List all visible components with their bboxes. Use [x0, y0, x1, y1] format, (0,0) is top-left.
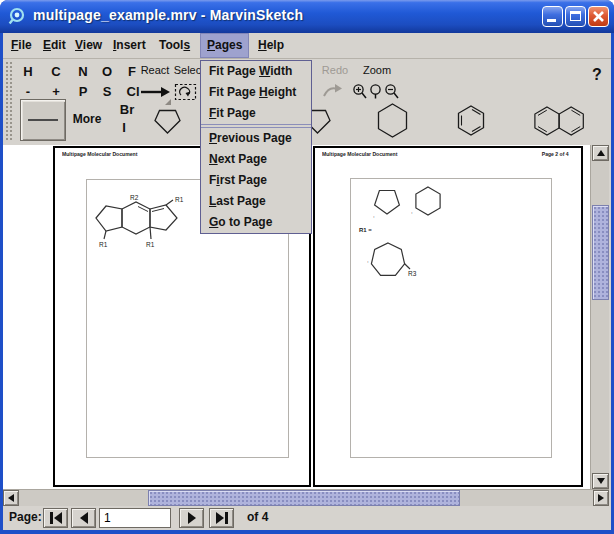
atom-button-f[interactable]: F	[128, 65, 136, 79]
atom-button-o[interactable]: O	[102, 65, 112, 79]
menubar-item-tools[interactable]: Tools	[153, 33, 196, 58]
menu-item-fit-page-height[interactable]: Fit Page Height	[201, 82, 311, 103]
redo-icon	[322, 83, 344, 98]
close-button[interactable]	[588, 6, 609, 27]
toolbar-grip[interactable]	[5, 61, 14, 142]
atom-button-n[interactable]: N	[78, 65, 87, 79]
first-page-button[interactable]	[43, 508, 68, 528]
last-page-icon	[215, 512, 229, 524]
page1-header: Multipage Molecular Document	[62, 152, 137, 157]
template-cyclohexane-button[interactable]	[377, 103, 408, 138]
template-benzene-button[interactable]	[457, 105, 485, 136]
charge-plus-button[interactable]: +	[52, 85, 60, 99]
marvin-logo-icon	[8, 7, 27, 26]
close-icon	[589, 7, 608, 26]
atom-button-i[interactable]: I	[122, 121, 126, 135]
pages-menu-fit-group: Fit Page Width Fit Page Height Fit Page	[201, 61, 311, 124]
page-count-label: of 4	[247, 510, 268, 524]
zoom-in-icon[interactable]	[352, 83, 368, 100]
menu-item-next-page[interactable]: Next Page	[201, 149, 311, 170]
atom-button-s[interactable]: S	[103, 85, 112, 99]
page2-header: Multipage Molecular Document	[322, 152, 397, 157]
page2-molecules: , , R1 = , R3	[342, 184, 562, 284]
atom-button-br[interactable]: Br	[120, 103, 134, 117]
menubar-item-edit[interactable]: Edit	[37, 33, 72, 58]
previous-page-button[interactable]	[71, 508, 96, 528]
minimize-button[interactable]	[542, 6, 563, 27]
svg-text:R1: R1	[99, 241, 108, 248]
pages-menu-nav-group: Previous Page Next Page First Page Last …	[201, 128, 311, 233]
zoom-reset-icon[interactable]	[369, 83, 383, 100]
minimize-icon	[547, 19, 556, 22]
horizontal-scroll-thumb[interactable]	[148, 490, 460, 506]
page2-number-label: Page 2 of 4	[542, 152, 569, 157]
menu-item-previous-page[interactable]: Previous Page	[201, 128, 311, 149]
scroll-right-button[interactable]	[593, 490, 609, 506]
first-page-icon	[49, 512, 63, 524]
menu-item-first-page[interactable]: First Page	[201, 170, 311, 191]
window-title: multipage_example.mrv - MarvinSketch	[33, 7, 303, 23]
pages-menu: Fit Page Width Fit Page Height Fit Page …	[200, 60, 312, 234]
maximize-icon	[570, 11, 581, 21]
charge-minus-button[interactable]: -	[26, 85, 30, 99]
arrow-up-icon	[597, 150, 605, 156]
atom-button-cl[interactable]: Cl	[127, 85, 140, 99]
svg-text:,: ,	[411, 208, 413, 214]
arrow-left-icon	[8, 494, 14, 502]
help-button[interactable]: ?	[592, 66, 602, 84]
arrow-right-icon	[598, 494, 604, 502]
zoom-label: Zoom	[363, 64, 391, 76]
redo-label: Redo	[322, 64, 348, 76]
menubar-item-pages[interactable]: Pages	[200, 33, 249, 58]
svg-text:R2: R2	[130, 194, 139, 201]
single-bond-icon	[28, 119, 58, 121]
scroll-down-button[interactable]	[592, 473, 609, 489]
atom-button-c[interactable]: C	[51, 65, 60, 79]
svg-text:,: ,	[373, 212, 375, 218]
zoom-out-icon[interactable]	[384, 83, 400, 100]
menu-item-go-to-page[interactable]: Go to Page	[201, 212, 311, 233]
svg-text:R3: R3	[408, 270, 417, 277]
svg-text:R1: R1	[146, 241, 155, 248]
bond-tool-button[interactable]	[20, 99, 66, 141]
horizontal-scrollbar[interactable]	[3, 489, 609, 506]
scroll-left-button[interactable]	[3, 490, 19, 506]
next-page-icon	[186, 512, 198, 524]
menu-item-fit-page-width[interactable]: Fit Page Width	[201, 61, 311, 82]
page-number-input[interactable]	[99, 508, 171, 528]
svg-text:R1: R1	[175, 196, 184, 203]
menubar-item-view[interactable]: View	[69, 33, 108, 58]
svg-text:R1 =: R1 =	[359, 227, 372, 233]
page-label: Page:	[9, 510, 42, 524]
reaction-tool-label[interactable]: React	[141, 64, 170, 76]
menu-item-fit-page[interactable]: Fit Page	[201, 103, 311, 124]
next-page-button[interactable]	[179, 508, 204, 528]
titlebar[interactable]: multipage_example.mrv - MarvinSketch	[0, 0, 614, 33]
menubar: File Edit View Insert Tools Pages Help	[3, 33, 611, 59]
atom-button-p[interactable]: P	[79, 85, 88, 99]
vertical-scroll-thumb[interactable]	[592, 205, 609, 300]
document-page-2[interactable]: Multipage Molecular Document Page 2 of 4…	[313, 146, 583, 487]
page-navigation-bar: Page: of 4	[3, 506, 611, 530]
menubar-item-file[interactable]: File	[5, 33, 38, 58]
lasso-select-icon[interactable]	[174, 82, 198, 102]
last-page-button[interactable]	[209, 508, 234, 528]
app-body: File Edit View Insert Tools Pages Help H…	[3, 33, 611, 530]
scroll-up-button[interactable]	[592, 145, 609, 161]
previous-page-icon	[78, 512, 90, 524]
maximize-button[interactable]	[565, 6, 586, 27]
menu-item-last-page[interactable]: Last Page	[201, 191, 311, 212]
reaction-arrow-icon[interactable]	[140, 85, 170, 99]
atom-button-h[interactable]: H	[23, 65, 32, 79]
menubar-item-help[interactable]: Help	[252, 33, 290, 58]
svg-text:,: ,	[367, 257, 369, 263]
arrow-down-icon	[597, 478, 605, 484]
template-cyclopentane-button[interactable]	[154, 109, 181, 134]
more-templates-button[interactable]: More	[73, 112, 102, 126]
template-naphthalene-button[interactable]	[533, 106, 585, 136]
menubar-item-insert[interactable]: Insert	[107, 33, 152, 58]
dropdown-corner-icon	[165, 99, 171, 105]
vertical-scrollbar[interactable]	[590, 145, 609, 489]
page1-molecule: R2 R1 R1 R1	[92, 194, 210, 252]
app-window: multipage_example.mrv - MarvinSketch Fil…	[0, 0, 614, 534]
